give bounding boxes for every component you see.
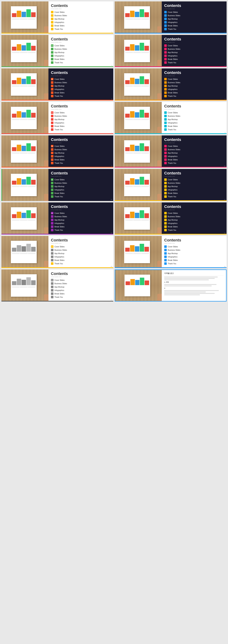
content-icon bbox=[164, 256, 167, 258]
slide-subtitle-5: Great Subtitle Here bbox=[51, 75, 111, 76]
content-icon bbox=[164, 222, 167, 224]
content-item: App Mockup bbox=[51, 51, 111, 54]
content-icon bbox=[51, 115, 54, 117]
slide-image-area-6 bbox=[115, 68, 162, 100]
content-icon bbox=[164, 85, 167, 87]
content-icon bbox=[164, 78, 167, 80]
slide-title-11: Contents bbox=[51, 171, 111, 175]
content-icon: 01 bbox=[51, 145, 54, 147]
slide-card-3: Contents Great Subtitle Here 01 Cover Sl… bbox=[2, 35, 113, 67]
page-number-17: 17 bbox=[110, 299, 112, 301]
content-label: Business Slides bbox=[168, 182, 180, 184]
content-label: Cover Slides bbox=[168, 145, 178, 147]
slide-image-area-13 bbox=[2, 202, 48, 234]
content-icon: 01 bbox=[51, 78, 54, 80]
contents-list-8: Cover Slides Business Slides App Mockup … bbox=[164, 111, 224, 132]
content-icon bbox=[51, 256, 54, 258]
content-item: 01 Cover Slides bbox=[51, 279, 111, 281]
content-icon bbox=[164, 185, 167, 188]
content-item: Infographics bbox=[164, 188, 224, 191]
slide-subtitle-9: Great Subtitle Here bbox=[51, 142, 111, 144]
slide-title-3: Contents bbox=[51, 37, 111, 41]
contents-list-14: Cover Slides Business Slides App Mockup … bbox=[164, 212, 224, 232]
content-icon bbox=[164, 219, 167, 221]
contents-list-7: 01 Cover Slides Business Slides App Mock… bbox=[51, 111, 111, 132]
slide-title-7: Contents bbox=[51, 104, 111, 108]
slide-content-18: 지역별 공고 1. 지역 C bbox=[162, 270, 226, 301]
content-label: Break Slides bbox=[168, 192, 178, 194]
content-label: Business Slides bbox=[54, 182, 67, 184]
content-icon bbox=[51, 18, 54, 20]
slide-content-12: Contents Great Subtitle Here Cover Slide… bbox=[162, 169, 226, 201]
content-icon bbox=[51, 249, 54, 251]
content-item: Cover Slides bbox=[51, 11, 111, 13]
slide-card-4: Contents Great Subtitle Here Cover Slide… bbox=[115, 35, 226, 67]
content-item: 01 Cover Slides bbox=[51, 78, 111, 80]
page-number-13: 13 bbox=[110, 232, 112, 234]
content-label: Thank You bbox=[54, 28, 63, 30]
content-label: Business Slides bbox=[54, 115, 67, 117]
content-label: Thank You bbox=[168, 196, 176, 198]
content-label: Infographics bbox=[168, 55, 178, 57]
content-icon bbox=[164, 259, 167, 262]
content-icon bbox=[51, 61, 54, 64]
slide-wrapper-18: 지역별 공고 1. 지역 C bbox=[115, 270, 226, 302]
content-icon bbox=[51, 226, 54, 228]
content-label: Thank You bbox=[54, 296, 63, 298]
chart-legend-15 bbox=[12, 253, 36, 254]
content-item: Business Slides bbox=[51, 81, 111, 84]
paper-mockup-2 bbox=[124, 6, 150, 29]
content-icon bbox=[51, 289, 54, 292]
content-item: Thank You bbox=[51, 28, 111, 30]
chart-2 bbox=[125, 7, 149, 18]
content-icon bbox=[51, 81, 54, 84]
slide-image-area-15 bbox=[2, 236, 48, 268]
content-label: Break Slides bbox=[54, 25, 64, 27]
content-item: App Mockup bbox=[164, 152, 224, 154]
paper-mockup-8 bbox=[124, 107, 150, 129]
content-icon bbox=[164, 188, 167, 191]
content-icon bbox=[164, 249, 167, 251]
content-label: Thank You bbox=[54, 263, 63, 264]
content-icon bbox=[164, 125, 167, 128]
slide-title-5: Contents bbox=[51, 70, 111, 75]
content-icon bbox=[51, 51, 54, 54]
content-icon bbox=[164, 246, 167, 248]
content-icon bbox=[51, 54, 54, 57]
content-icon bbox=[164, 122, 167, 124]
chart-legend-8 bbox=[125, 119, 149, 120]
paper-mockup-10 bbox=[124, 140, 150, 163]
slide-card-18: 지역별 공고 1. 지역 C bbox=[115, 270, 226, 302]
content-item: Business Slides bbox=[51, 115, 111, 117]
content-item: Business Slides bbox=[164, 182, 224, 184]
content-item: Thank You bbox=[51, 195, 111, 198]
chart-legend-9 bbox=[12, 152, 36, 154]
chart-7 bbox=[12, 108, 36, 118]
content-item: Business Slides bbox=[51, 182, 111, 184]
slide-card-17: Contents Great Subtitle Here 01 Cover Sl… bbox=[2, 270, 113, 302]
content-item: Business Slides bbox=[164, 81, 224, 84]
content-item: 01 Cover Slides bbox=[51, 246, 111, 248]
content-item: App Mockup bbox=[164, 85, 224, 87]
chart-legend-5 bbox=[12, 85, 36, 87]
chart-1 bbox=[12, 7, 36, 18]
content-label: Break Slides bbox=[54, 92, 64, 94]
slide-subtitle-15: Great Subtitle Here bbox=[51, 243, 111, 244]
slide-wrapper-4: Contents Great Subtitle Here Cover Slide… bbox=[115, 35, 226, 67]
chart-legend-13 bbox=[12, 219, 36, 221]
content-icon bbox=[164, 58, 167, 60]
slide-content-5: Contents Great Subtitle Here 01 Cover Sl… bbox=[48, 68, 113, 100]
doc-section-18: 1. 지역 bbox=[164, 281, 224, 284]
slides-grid: Contents Great Subtitle Here Cover Slide… bbox=[0, 0, 228, 303]
content-item: Break Slides bbox=[51, 226, 111, 228]
content-icon bbox=[51, 11, 54, 13]
contents-list-13: 01 Cover Slides Business Slides App Mock… bbox=[51, 212, 111, 232]
content-icon bbox=[51, 85, 54, 87]
hand-element-17 bbox=[44, 294, 48, 302]
content-icon bbox=[164, 192, 167, 194]
slide-image-area-9 bbox=[2, 136, 48, 168]
content-label: Cover Slides bbox=[54, 212, 65, 214]
content-item: App Mockup bbox=[51, 118, 111, 121]
slide-wrapper-7: Contents Great Subtitle Here 01 Cover Sl… bbox=[2, 102, 113, 134]
content-item: Thank You bbox=[51, 229, 111, 231]
